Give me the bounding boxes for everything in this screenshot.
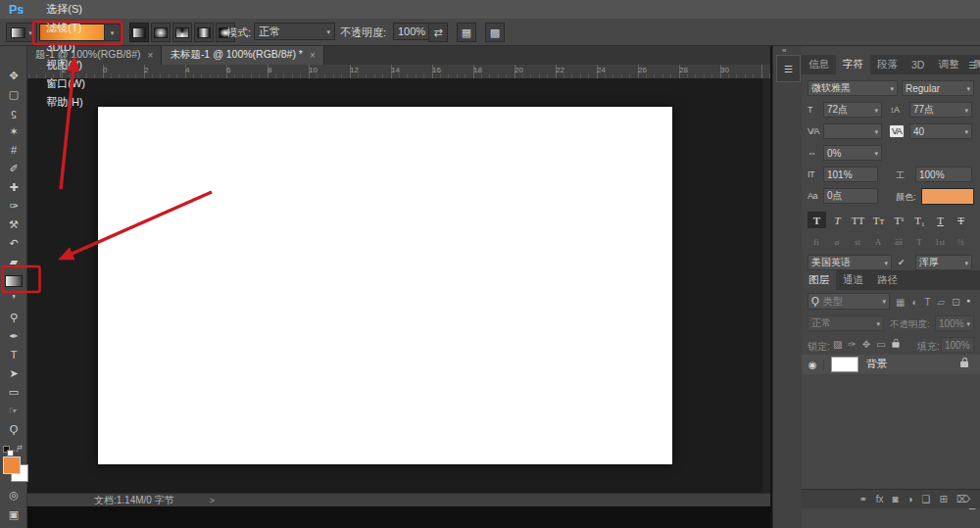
canvas-area[interactable] <box>27 78 770 493</box>
lasso-tool[interactable]: ϛ <box>0 104 27 122</box>
document-tab[interactable]: 未标题-1 @ 100%(RGB/8#) * × <box>162 45 323 65</box>
kerning-select[interactable]: ▾ <box>823 123 882 139</box>
crop-tool[interactable]: # <box>0 141 27 160</box>
opentype-button[interactable]: 1st <box>931 235 949 249</box>
gradient-picker-chevron[interactable]: ▾ <box>104 24 121 41</box>
opentype-button[interactable]: T <box>910 235 928 249</box>
lock-position-icon[interactable]: ✥ <box>862 339 870 350</box>
type-style-button[interactable]: T <box>952 212 970 228</box>
screen-mode-button[interactable]: ▣ <box>4 507 24 522</box>
lock-pixels-icon[interactable]: ✑ <box>848 339 856 350</box>
status-expand-icon[interactable]: > <box>210 496 215 505</box>
type-tool[interactable]: T <box>0 346 27 364</box>
link-layers-icon[interactable]: ⚭ <box>858 495 866 504</box>
filter-smart-icon[interactable]: ⊡ <box>952 297 959 308</box>
filter-toggle-icon[interactable]: ● <box>966 297 970 304</box>
panel-menu-icon[interactable]: ☰ <box>968 61 976 71</box>
magic-wand-tool[interactable]: ✶ <box>0 122 27 141</box>
blend-mode-select[interactable]: 正常 ▾ <box>254 23 335 40</box>
layer-effects-icon[interactable]: fx <box>876 495 884 504</box>
brush-tool[interactable]: ✑ <box>0 197 27 216</box>
hand-tool[interactable]: ☞ <box>0 402 27 420</box>
delete-layer-icon[interactable]: ⌦ <box>956 495 970 504</box>
filter-pixel-icon[interactable]: ▦ <box>896 297 905 308</box>
linear-gradient-button[interactable] <box>129 23 149 42</box>
layer-thumbnail[interactable] <box>831 357 858 372</box>
pen-tool[interactable]: ✒ <box>0 327 27 346</box>
transparency-button[interactable]: ▩ <box>485 23 505 42</box>
swap-colors-icon[interactable]: ⇄ <box>17 444 23 452</box>
panel-tab[interactable]: 路径 <box>870 270 905 290</box>
font-style-select[interactable]: Regular ▾ <box>902 80 974 96</box>
opentype-button[interactable]: ½ <box>952 235 969 249</box>
panel-tab[interactable]: 图层 <box>802 270 836 290</box>
path-selection-tool[interactable]: ➤ <box>0 364 27 383</box>
menu-item[interactable]: 3D(D) <box>35 37 96 56</box>
zoom-tool[interactable]: Ϙ <box>0 420 27 439</box>
layer-row-background[interactable]: ◉ 背景 <box>802 355 980 374</box>
type-style-button[interactable]: TT <box>849 212 867 228</box>
collapse-panels-icon[interactable]: « <box>782 46 786 55</box>
menu-item[interactable]: 帮助(H) <box>35 93 96 112</box>
close-icon[interactable]: × <box>148 50 154 61</box>
filter-adjustment-icon[interactable]: ◐ <box>911 297 917 308</box>
angle-gradient-button[interactable] <box>172 23 192 42</box>
type-style-button[interactable]: T <box>931 212 950 228</box>
visibility-eye-icon[interactable]: ◉ <box>802 360 824 370</box>
type-style-button[interactable]: T <box>808 212 826 228</box>
opentype-button[interactable]: āā <box>890 235 907 249</box>
horizontal-ruler[interactable]: 2024681012141618202224262830 <box>27 65 770 79</box>
radial-gradient-button[interactable] <box>151 23 171 42</box>
clone-stamp-tool[interactable]: ⚒ <box>0 216 27 234</box>
proportional-spacing-select[interactable]: 0% ▾ <box>823 145 882 161</box>
healing-brush-tool[interactable]: ✚ <box>0 178 27 197</box>
panel-tab[interactable]: 字符 <box>836 55 870 74</box>
type-style-button[interactable]: Tᴛ <box>869 212 888 228</box>
reverse-button[interactable]: ⇄ <box>428 23 448 42</box>
type-style-button[interactable]: T <box>828 212 847 228</box>
quick-mask-button[interactable]: ◎ <box>4 488 24 503</box>
close-icon[interactable]: × <box>310 50 316 61</box>
vertical-scrollbar[interactable] <box>762 78 770 493</box>
layer-opacity-select[interactable]: 100% ▾ <box>935 315 974 331</box>
panel-tab[interactable]: 段落 <box>870 55 905 74</box>
menu-item[interactable]: 视图(V) <box>35 56 96 74</box>
default-colors-button[interactable] <box>3 446 15 456</box>
dodge-tool[interactable]: ⚲ <box>0 309 27 327</box>
lock-all-icon[interactable] <box>892 342 899 347</box>
marquee-tool[interactable]: ▢ <box>0 85 27 104</box>
eyedropper-tool[interactable]: ✐ <box>0 160 27 178</box>
foreground-color-swatch[interactable] <box>3 456 21 474</box>
text-color-swatch[interactable] <box>921 188 974 205</box>
type-style-button[interactable]: T₁ <box>910 212 929 228</box>
reflected-gradient-button[interactable] <box>194 23 214 42</box>
leading-select[interactable]: 77点 ▾ <box>909 102 972 118</box>
type-style-button[interactable]: T¹ <box>890 212 908 228</box>
new-group-icon[interactable]: ❑ <box>922 495 931 504</box>
tracking-select[interactable]: 40 ▾ <box>909 123 972 139</box>
layer-mask-icon[interactable]: ◙ <box>892 495 898 504</box>
vertical-scale-input[interactable]: 101% <box>823 167 878 182</box>
document-canvas[interactable] <box>98 107 672 464</box>
opentype-button[interactable]: ø <box>828 235 846 249</box>
tool-preset-picker[interactable]: ▾ <box>6 23 37 42</box>
opentype-button[interactable]: st <box>849 235 866 249</box>
history-brush-tool[interactable]: ↶ <box>0 234 27 253</box>
lock-transparent-icon[interactable]: ▨ <box>833 339 842 350</box>
layer-filter-select[interactable]: Ϙ 类型 ▾ <box>808 293 890 310</box>
new-layer-icon[interactable]: ⊞ <box>939 495 947 504</box>
move-tool[interactable]: ✥ <box>0 67 27 85</box>
shape-tool[interactable]: ▭ <box>0 383 27 402</box>
baseline-shift-input[interactable]: 0点 <box>823 188 878 204</box>
filter-type-icon[interactable]: T <box>925 297 931 308</box>
menu-item[interactable]: 滤镜(T) <box>35 19 96 37</box>
anti-alias-select[interactable]: 浑厚 ▾ <box>915 255 972 270</box>
eraser-tool[interactable]: ▰ <box>0 253 27 271</box>
blur-tool[interactable]: ❜ <box>0 290 27 309</box>
font-family-select[interactable]: 微软雅黑 ▾ <box>808 80 898 96</box>
opentype-button[interactable]: A <box>869 235 887 249</box>
lock-artboard-icon[interactable]: ▭ <box>876 339 885 350</box>
panel-tab[interactable]: 3D <box>905 55 931 74</box>
layer-blend-mode-select[interactable]: 正常 ▾ <box>808 315 884 331</box>
language-select[interactable]: 美国英语 ▾ <box>808 255 892 270</box>
